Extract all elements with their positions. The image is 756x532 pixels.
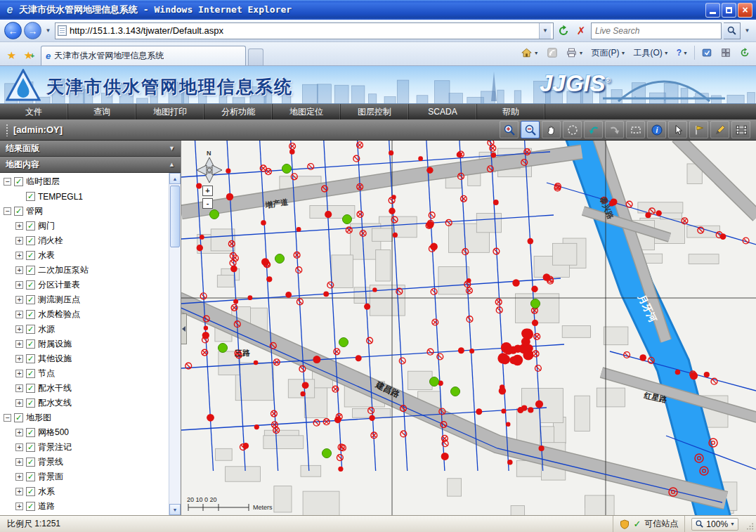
layer-label[interactable]: 二次加压泵站 [38,264,89,276]
help-menu-button[interactable]: ? ▼ [674,46,691,59]
extent-frame-tool[interactable] [731,121,750,138]
layer-checkbox[interactable]: ✓ [26,502,35,511]
scrollbar-thumb[interactable] [170,186,180,247]
minimize-button[interactable] [705,3,720,18]
search-input[interactable] [595,26,717,36]
layer-checkbox[interactable]: ✓ [14,177,23,186]
menu-item-6[interactable]: 图层控制 [341,104,409,119]
expand-icon[interactable]: + [15,252,23,259]
map-zoom-in-button[interactable]: + [202,186,213,196]
rect-select-tool[interactable] [626,121,645,138]
layer-checkbox[interactable]: ✓ [26,487,35,496]
layer-label[interactable]: 消火栓 [38,235,63,247]
layer-label[interactable]: 背景面 [38,471,63,483]
sidebar-scrollbar[interactable]: ▲ ▼ [169,173,181,515]
zoom-in-tool[interactable] [500,121,519,138]
layer-label[interactable]: 阀门 [38,220,55,232]
page-menu-button[interactable]: 页面(P) ▼ [589,46,629,60]
layer-label[interactable]: 地形图 [26,412,51,424]
layer-checkbox[interactable]: ✓ [26,325,35,334]
flag-tool[interactable] [689,121,708,138]
menu-item-3[interactable]: 地图打印 [136,104,204,119]
chevron-down-icon[interactable]: ▼ [169,145,175,152]
layer-checkbox[interactable]: ✓ [26,384,35,393]
page-zoom-button[interactable]: 100% ▼ [691,518,738,531]
search-dropdown[interactable]: ▼ [743,27,752,34]
stop-button[interactable]: ✗ [573,22,589,39]
chevron-up-icon[interactable]: ▲ [169,161,175,168]
expand-icon[interactable]: + [15,266,23,274]
expand-icon[interactable]: + [15,458,23,466]
expand-icon[interactable]: + [15,281,23,289]
layer-label[interactable]: 节点 [38,368,55,379]
add-favorite-button[interactable]: ★+ [20,46,38,65]
layer-label[interactable]: 水源 [38,323,55,335]
scroll-down-button[interactable]: ▼ [169,504,181,515]
pointer-tool[interactable] [668,121,687,138]
map-content-header[interactable]: 地图内容 ▲ [0,157,181,173]
menu-item-1[interactable]: 文件 [0,104,68,119]
expand-icon[interactable]: + [15,502,23,510]
toolbar-extra-button-1[interactable] [698,46,715,60]
layer-label[interactable]: 背景注记 [38,441,72,453]
layer-label[interactable]: 临时图层 [26,176,60,188]
expand-icon[interactable]: + [15,222,23,230]
address-input[interactable] [70,25,536,36]
layer-checkbox[interactable]: ✓ [26,398,35,408]
layer-label[interactable]: 水表 [38,249,55,261]
tools-menu-button[interactable]: 工具(O) ▼ [630,46,671,60]
layer-label[interactable]: 道路 [38,500,55,512]
menu-item-5[interactable]: 地图定位 [273,104,341,119]
layer-checkbox[interactable]: ✓ [26,221,35,231]
new-tab-button[interactable] [248,48,263,65]
close-button[interactable]: × [738,3,752,18]
next-extent-tool[interactable] [605,121,624,138]
layer-checkbox[interactable]: ✓ [26,354,35,363]
results-panel-header[interactable]: 结果面版 ▼ [0,141,181,157]
history-dropdown[interactable]: ▼ [44,27,53,34]
scroll-up-button[interactable]: ▲ [169,173,181,184]
favorites-button[interactable]: ★ [3,46,20,65]
layer-checkbox[interactable]: ✓ [26,443,35,452]
home-button[interactable]: ▼ [518,46,542,60]
expand-icon[interactable]: + [15,370,23,377]
maximize-button[interactable] [722,3,736,18]
back-button[interactable]: ← [4,22,22,39]
address-dropdown[interactable]: ▼ [539,23,551,39]
collapse-icon[interactable]: − [4,207,11,215]
previous-extent-tool[interactable] [584,121,603,138]
tab-active[interactable]: e 天津市供水管网地理信息系统 [41,46,246,65]
map-canvas[interactable]: 增产道泰兴路月牙河三路建昌路红星路N20 10 0 20Meters [181,141,756,515]
layer-checkbox[interactable]: ✓ [26,369,35,378]
layer-checkbox[interactable]: ✓ [14,413,23,422]
layer-checkbox[interactable]: ✓ [26,472,35,481]
resize-grip[interactable] [745,516,756,532]
identify-tool[interactable]: i [647,121,666,138]
expand-icon[interactable]: + [15,355,23,363]
expand-icon[interactable]: + [15,296,23,304]
security-zone-cell[interactable]: ✓ 可信站点 [613,516,684,532]
pan-tool[interactable] [542,121,561,138]
layer-label[interactable]: 分区计量表 [38,279,80,291]
menu-item-2[interactable]: 查询 [68,104,136,119]
expand-icon[interactable]: + [15,340,23,348]
layer-label[interactable]: 水系 [38,486,55,498]
layer-checkbox[interactable]: ✓ [26,428,35,437]
refresh-button[interactable] [556,22,571,39]
menu-item-4[interactable]: 分析功能 [204,104,273,119]
scrollbar-track[interactable] [169,184,181,504]
layer-checkbox[interactable]: ✓ [26,251,35,260]
toolbar-extra-button-3[interactable] [736,46,753,60]
expand-icon[interactable]: + [15,429,23,436]
layer-checkbox[interactable]: ✓ [26,192,35,201]
layer-label[interactable]: 网格500 [38,427,69,439]
layer-checkbox[interactable]: ✓ [26,236,35,245]
map-viewport[interactable]: 增产道泰兴路月牙河三路建昌路红星路N20 10 0 20Meters + - [181,141,756,515]
layer-label[interactable]: 管网 [26,205,43,217]
layer-label[interactable]: 背景线 [38,456,63,468]
layer-checkbox[interactable]: ✓ [26,295,35,304]
layer-label[interactable]: 水质检验点 [38,309,80,320]
layer-checkbox[interactable]: ✓ [14,207,23,216]
expand-icon[interactable]: + [15,443,23,451]
expand-icon[interactable]: + [15,384,23,392]
